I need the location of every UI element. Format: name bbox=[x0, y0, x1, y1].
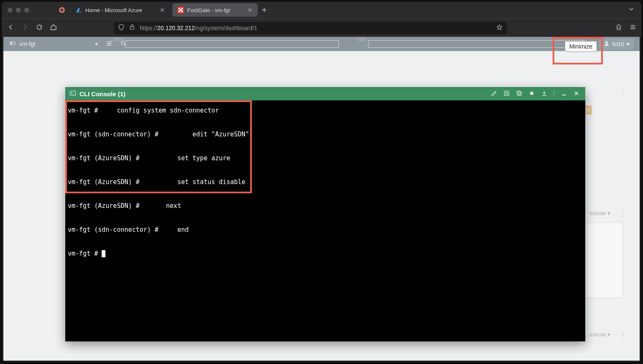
close-window-dot[interactable] bbox=[8, 8, 13, 13]
tab-close-icon[interactable]: ✕ bbox=[160, 7, 165, 13]
extensions-icon[interactable] bbox=[615, 24, 622, 32]
chart-placeholder bbox=[126, 40, 339, 48]
cli-record-icon[interactable] bbox=[527, 90, 536, 98]
svg-point-20 bbox=[530, 92, 533, 95]
tooltip-minimize: Minimize bbox=[565, 41, 597, 52]
forward-button[interactable] bbox=[21, 24, 29, 32]
svg-rect-6 bbox=[178, 10, 180, 12]
cli-console: CLI Console (1) vm-fgt # config system s… bbox=[65, 87, 585, 341]
cli-terminal[interactable]: vm-fgt # config system sdn-connector vm-… bbox=[65, 100, 585, 341]
host-selector[interactable]: vm-fgt ▾ bbox=[3, 40, 102, 48]
new-tab-button[interactable]: + bbox=[262, 5, 267, 15]
cli-minimize-button[interactable] bbox=[559, 90, 569, 98]
svg-rect-7 bbox=[181, 10, 183, 12]
menu-icon[interactable] bbox=[630, 24, 636, 32]
url-text: https://20.120.32.212/ng/system/dashboar… bbox=[140, 25, 257, 31]
svg-rect-18 bbox=[518, 92, 521, 95]
chart-placeholder bbox=[368, 40, 586, 48]
widget-menu-icon[interactable]: ⋮ bbox=[620, 331, 627, 339]
bookmark-star-icon[interactable] bbox=[496, 24, 503, 32]
cli-edit-icon[interactable] bbox=[489, 90, 499, 98]
address-bar[interactable]: https://20.120.32.212/ng/system/dashboar… bbox=[114, 22, 507, 34]
user-menu[interactable]: fct10 ▾ bbox=[599, 38, 634, 50]
cli-clear-icon[interactable] bbox=[502, 90, 511, 98]
zoom-window-dot[interactable] bbox=[24, 8, 29, 13]
cli-close-button[interactable] bbox=[572, 90, 581, 98]
chevron-down-icon: ▾ bbox=[95, 41, 98, 47]
svg-rect-8 bbox=[130, 27, 134, 30]
shield-icon bbox=[118, 24, 125, 32]
widget-menu-icon[interactable]: ⋮ bbox=[620, 89, 627, 96]
username: fct10 bbox=[612, 41, 624, 47]
tab-azure[interactable]: Home - Microsoft Azure ✕ bbox=[70, 3, 170, 17]
user-icon bbox=[603, 40, 610, 48]
svg-point-1 bbox=[60, 8, 64, 12]
device-icon bbox=[9, 40, 16, 48]
minimize-window-dot[interactable] bbox=[16, 8, 21, 13]
cli-header: CLI Console (1) bbox=[65, 87, 585, 100]
time-range[interactable]: minute ▾ bbox=[589, 331, 610, 338]
window-controls bbox=[2, 8, 35, 13]
svg-point-14 bbox=[605, 41, 607, 43]
axis-label: 100 bbox=[357, 37, 366, 43]
widget-menu-icon[interactable]: ⋮ bbox=[620, 210, 627, 218]
reload-button[interactable] bbox=[35, 24, 44, 32]
svg-rect-16 bbox=[70, 91, 75, 95]
time-range[interactable]: minute ▾ bbox=[589, 210, 610, 216]
browser-window: Home - Microsoft Azure ✕ FortiGate - vm-… bbox=[2, 2, 641, 362]
tab-label: Home - Microsoft Azure bbox=[85, 7, 142, 13]
tab-label: FortiGate - vm-fgt bbox=[187, 7, 230, 13]
svg-rect-19 bbox=[517, 91, 520, 94]
chevron-down-icon: ▾ bbox=[627, 41, 630, 47]
tabs-dropdown-icon[interactable] bbox=[628, 6, 635, 14]
cli-title: CLI Console (1) bbox=[79, 90, 126, 97]
home-button[interactable] bbox=[49, 24, 58, 32]
back-button[interactable] bbox=[7, 24, 15, 32]
azure-icon bbox=[75, 7, 82, 13]
lock-icon bbox=[129, 24, 136, 32]
toolbar: https://20.120.32.212/ng/system/dashboar… bbox=[2, 18, 641, 37]
firefox-icon bbox=[56, 4, 68, 16]
terminal-icon bbox=[69, 90, 76, 98]
cli-copy-icon[interactable] bbox=[515, 90, 524, 98]
tab-fortigate[interactable]: FortiGate - vm-fgt ✕ bbox=[172, 3, 258, 17]
cli-download-icon[interactable] bbox=[540, 90, 549, 98]
hostname: vm-fgt bbox=[19, 41, 36, 47]
fortigate-icon bbox=[177, 7, 184, 13]
tab-close-icon[interactable]: ✕ bbox=[248, 7, 253, 13]
axis-label: 100% bbox=[110, 37, 123, 43]
svg-rect-10 bbox=[10, 42, 12, 44]
titlebar: Home - Microsoft Azure ✕ FortiGate - vm-… bbox=[2, 2, 641, 18]
fortigate-app: vm-fgt ▾ ? fct10 ▾ bbox=[3, 37, 640, 361]
